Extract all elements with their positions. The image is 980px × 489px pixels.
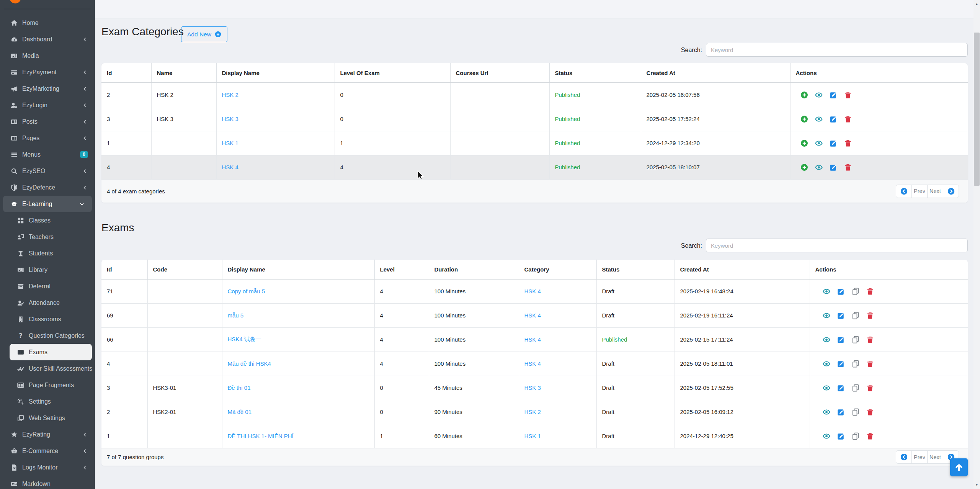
delete-button[interactable] (866, 360, 874, 367)
duplicate-button[interactable] (852, 408, 859, 415)
scrollbar-down-arrow[interactable]: ▼ (973, 482, 980, 488)
view-button[interactable] (823, 335, 830, 343)
display_name-link[interactable]: ĐỀ THI HSK 1- MIỄN PHÍ (228, 433, 294, 439)
first-page-button[interactable] (896, 185, 912, 198)
view-button[interactable] (823, 288, 830, 295)
delete-button[interactable] (866, 288, 874, 295)
sidebar-item-logs-monitor[interactable]: Logs Monitor (0, 459, 95, 476)
sidebar-item-e-commerce[interactable]: E-Commerce (0, 443, 95, 459)
display_name-link[interactable]: HSK 3 (222, 116, 238, 122)
add-button[interactable] (800, 115, 808, 123)
first-page-button[interactable] (896, 451, 912, 463)
sidebar-item-markdown[interactable]: Markdown (0, 476, 95, 489)
sidebar-item-ezylogin[interactable]: EzyLogin (0, 97, 95, 113)
edit-button[interactable] (830, 139, 837, 147)
sidebar-item-posts[interactable]: Posts (0, 113, 95, 130)
display_name-link[interactable]: HSK 2 (222, 92, 238, 98)
duplicate-button[interactable] (852, 335, 859, 343)
delete-button[interactable] (866, 384, 874, 391)
next-button[interactable]: Next (928, 451, 943, 463)
category-link[interactable]: HSK 4 (524, 336, 541, 343)
category-link[interactable]: HSK 1 (524, 433, 541, 439)
sidebar-item-page-fragments[interactable]: Page Fragments (0, 377, 95, 393)
category-link[interactable]: HSK 4 (524, 312, 541, 319)
view-button[interactable] (823, 360, 830, 367)
category-link[interactable]: HSK 4 (524, 360, 541, 367)
edit-button[interactable] (830, 91, 837, 99)
category-link[interactable]: HSK 2 (524, 409, 541, 415)
delete-button[interactable] (866, 335, 874, 343)
display_name-link[interactable]: Copy of mẫu 5 (228, 288, 265, 294)
duplicate-button[interactable] (852, 432, 859, 440)
sidebar-item-dashboard[interactable]: Dashboard (0, 31, 95, 47)
sidebar-item-web-settings[interactable]: Web Settings (0, 410, 95, 426)
view-button[interactable] (823, 311, 830, 319)
sidebar-item-e-learning[interactable]: E-Learning (3, 196, 92, 212)
search-input[interactable] (706, 239, 968, 252)
edit-button[interactable] (837, 408, 845, 415)
delete-button[interactable] (866, 408, 874, 415)
page-scrollbar[interactable]: ▲ ▼ (973, 0, 980, 489)
delete-button[interactable] (844, 164, 852, 171)
sidebar-item-attendance[interactable]: Attendance (0, 294, 95, 311)
category-link[interactable]: HSK 4 (524, 288, 541, 294)
sidebar-item-menus[interactable]: Menus0 (0, 146, 95, 163)
last-page-button[interactable] (943, 185, 959, 198)
edit-button[interactable] (837, 432, 845, 440)
sidebar-item-ezyrating[interactable]: EzyRating (0, 426, 95, 443)
scrollbar-thumb[interactable] (974, 33, 980, 186)
sidebar-item-classes[interactable]: Classes (0, 212, 95, 229)
sidebar-item-settings[interactable]: Settings (0, 393, 95, 410)
view-button[interactable] (815, 115, 823, 123)
category-link[interactable]: HSK 3 (524, 384, 541, 391)
add-button[interactable] (800, 164, 808, 171)
sidebar-item-deferral[interactable]: Deferral (0, 278, 95, 294)
edit-button[interactable] (830, 164, 837, 171)
delete-button[interactable] (844, 139, 852, 147)
view-button[interactable] (823, 432, 830, 440)
duplicate-button[interactable] (852, 311, 859, 319)
sidebar-item-user-skill-assessments[interactable]: User Skill Assessments (0, 360, 95, 377)
add-button[interactable] (800, 91, 808, 99)
display_name-link[interactable]: mẫu 5 (228, 312, 244, 319)
delete-button[interactable] (866, 432, 874, 440)
delete-button[interactable] (866, 311, 874, 319)
view-button[interactable] (823, 408, 830, 415)
delete-button[interactable] (844, 91, 852, 99)
view-button[interactable] (815, 164, 823, 171)
view-button[interactable] (823, 384, 830, 391)
add-new-button[interactable]: Add New (181, 26, 227, 42)
edit-button[interactable] (837, 384, 845, 391)
sidebar-item-students[interactable]: Students (0, 245, 95, 262)
search-input[interactable] (706, 43, 968, 57)
edit-button[interactable] (837, 335, 845, 343)
add-button[interactable] (800, 139, 808, 147)
display_name-link[interactable]: Mã đề 01 (228, 409, 252, 415)
edit-button[interactable] (837, 311, 845, 319)
sidebar-item-media[interactable]: Media (0, 47, 95, 64)
next-button[interactable]: Next (928, 185, 943, 198)
display_name-link[interactable]: HSK 4 (222, 164, 238, 170)
display_name-link[interactable]: HSK 1 (222, 140, 238, 146)
sidebar-item-ezyseo[interactable]: EzySEO (0, 163, 95, 179)
view-button[interactable] (815, 91, 823, 99)
duplicate-button[interactable] (852, 360, 859, 367)
edit-button[interactable] (830, 115, 837, 123)
sidebar-item-teachers[interactable]: Teachers (0, 229, 95, 245)
sidebar-item-home[interactable]: Home (0, 15, 95, 31)
sidebar-item-question-categories[interactable]: ?Question Categories (0, 327, 95, 344)
delete-button[interactable] (844, 115, 852, 123)
edit-button[interactable] (837, 288, 845, 295)
display_name-link[interactable]: Đề thi 01 (228, 384, 251, 391)
scrollbar-up-arrow[interactable]: ▲ (973, 1, 980, 7)
duplicate-button[interactable] (852, 384, 859, 391)
sidebar-item-ezydefence[interactable]: EzyDefence (0, 179, 95, 196)
prev-button[interactable]: Prev (912, 185, 928, 198)
view-button[interactable] (815, 139, 823, 147)
display_name-link[interactable]: Mẫu đề thi HSK4 (228, 360, 271, 367)
sidebar-item-ezypayment[interactable]: EzyPayment (0, 64, 95, 80)
display_name-link[interactable]: HSK4 试卷一 (228, 336, 261, 342)
sidebar-item-classrooms[interactable]: Classrooms (0, 311, 95, 327)
sidebar-item-pages[interactable]: Pages (0, 130, 95, 146)
sidebar-item-ezymarketing[interactable]: EzyMarketing (0, 80, 95, 97)
